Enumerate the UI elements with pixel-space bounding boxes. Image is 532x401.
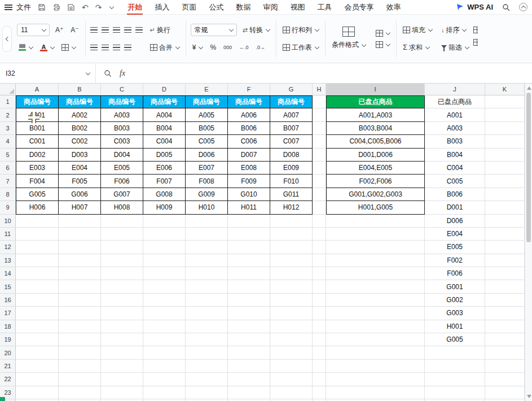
formula-input[interactable] [133, 63, 532, 83]
redo-icon[interactable]: ↷ [95, 3, 102, 11]
cell-D5[interactable]: D005 [143, 149, 186, 162]
cell-K5[interactable] [485, 149, 525, 162]
menu-tab-7[interactable]: 视图 [285, 0, 310, 14]
cell-C5[interactable]: D004 [101, 149, 143, 162]
cell-H13[interactable] [313, 254, 326, 267]
cell-D9[interactable]: H009 [143, 201, 186, 214]
name-box[interactable]: I32 [0, 63, 96, 83]
cell-C4[interactable]: C003 [101, 135, 143, 148]
fill-color-button[interactable] [17, 43, 34, 52]
row-header-13[interactable]: 13 [0, 254, 16, 267]
cell-B11[interactable] [59, 228, 101, 241]
cell-C13[interactable] [101, 254, 143, 267]
fx-icon[interactable]: fx [120, 69, 125, 78]
cell-H19[interactable] [313, 333, 326, 346]
cell-A23[interactable] [16, 386, 59, 399]
cell-G1[interactable]: 商品编号 [270, 95, 313, 108]
font-size-select[interactable]: 11 [17, 24, 50, 36]
cell-H3[interactable] [313, 122, 326, 135]
cell-B6[interactable]: E004 [59, 162, 101, 175]
cell-I15[interactable] [326, 280, 425, 293]
cell-H9[interactable] [313, 201, 326, 214]
convert-button[interactable]: ⇄转换 [241, 24, 271, 36]
cell-H8[interactable] [313, 188, 326, 201]
cell-I4[interactable]: C004,C005,B006 [326, 135, 425, 148]
cell-E6[interactable]: E007 [186, 162, 228, 175]
cell-G9[interactable]: H012 [270, 201, 313, 214]
cell-E4[interactable]: C005 [186, 135, 228, 148]
row-header-15[interactable]: 15 [0, 280, 16, 293]
cell-J16[interactable]: G002 [425, 294, 485, 307]
cell-K8[interactable] [485, 188, 525, 201]
cell-A11[interactable] [16, 228, 59, 241]
cell-D18[interactable] [143, 320, 186, 333]
cell-D10[interactable] [143, 215, 186, 228]
menu-tab-6[interactable]: 审阅 [258, 0, 283, 14]
cell-G18[interactable] [270, 320, 313, 333]
cell-C20[interactable] [101, 346, 143, 359]
cell-H1[interactable] [313, 95, 326, 108]
fill-button[interactable]: 填充 [401, 24, 434, 36]
cell-J10[interactable]: D006 [425, 215, 485, 228]
cell-G23[interactable] [270, 386, 313, 399]
row-header-14[interactable]: 14 [0, 267, 16, 280]
cell-G21[interactable] [270, 360, 313, 373]
column-header-D[interactable]: D [143, 84, 186, 95]
cell-B1[interactable]: 商品编号 [59, 95, 101, 108]
align-right-icon[interactable] [113, 45, 120, 51]
cell-I3[interactable]: B003,B004 [326, 122, 425, 135]
cell-E9[interactable]: H010 [186, 201, 228, 214]
cell-K17[interactable] [485, 307, 525, 320]
cell-H2[interactable] [313, 108, 326, 121]
cell-A6[interactable]: E003 [16, 162, 59, 175]
cell-J17[interactable]: G003 [425, 307, 485, 320]
cell-I17[interactable] [326, 307, 425, 320]
cell-I19[interactable] [326, 333, 425, 346]
cell-B8[interactable]: G006 [59, 188, 101, 201]
cell-B5[interactable]: D003 [59, 149, 101, 162]
cell-C22[interactable] [101, 373, 143, 386]
cell-A21[interactable] [16, 360, 59, 373]
cell-A4[interactable]: C001 [16, 135, 59, 148]
cell-C6[interactable]: E005 [101, 162, 143, 175]
collapse-ribbon-icon[interactable] [519, 3, 527, 11]
cell-D22[interactable] [143, 373, 186, 386]
cell-B16[interactable] [59, 294, 101, 307]
cell-G10[interactable] [270, 215, 313, 228]
cell-E23[interactable] [186, 386, 228, 399]
cell-G22[interactable] [270, 373, 313, 386]
cell-B12[interactable] [59, 241, 101, 254]
scroll-down-icon[interactable] [527, 395, 531, 398]
cell-J4[interactable]: B003 [425, 135, 485, 148]
column-header-K[interactable]: K [485, 84, 525, 95]
cell-J1[interactable]: 已盘点商品 [425, 95, 485, 108]
column-header-J[interactable]: J [425, 84, 485, 95]
cell-G8[interactable]: G011 [270, 188, 313, 201]
cell-C21[interactable] [101, 360, 143, 373]
cell-K16[interactable] [485, 294, 525, 307]
cell-F10[interactable] [228, 215, 270, 228]
scroll-up-icon[interactable] [527, 86, 531, 90]
quick-access-chevron-icon[interactable] [109, 4, 114, 8]
cell-J11[interactable]: E004 [425, 228, 485, 241]
cell-C17[interactable] [101, 307, 143, 320]
align-top-icon[interactable] [90, 27, 98, 33]
cell-F15[interactable] [228, 280, 270, 293]
row-header-1[interactable]: 1 [0, 95, 16, 108]
cell-B14[interactable] [59, 267, 101, 280]
cell-E5[interactable]: D006 [186, 149, 228, 162]
cell-K6[interactable] [485, 162, 525, 175]
cell-F19[interactable] [228, 333, 270, 346]
vertical-scrollbar[interactable] [525, 84, 532, 401]
cell-E3[interactable]: B005 [186, 122, 228, 135]
select-all-corner[interactable] [0, 84, 16, 95]
column-header-G[interactable]: G [270, 84, 313, 95]
cell-A20[interactable] [16, 346, 59, 359]
row-header-18[interactable]: 18 [0, 320, 16, 333]
cell-J12[interactable]: E005 [425, 241, 485, 254]
cell-E18[interactable] [186, 320, 228, 333]
cell-E7[interactable]: F008 [186, 175, 228, 188]
cell-B15[interactable] [59, 280, 101, 293]
borders-button[interactable] [60, 43, 77, 52]
row-header-12[interactable]: 12 [0, 241, 16, 254]
